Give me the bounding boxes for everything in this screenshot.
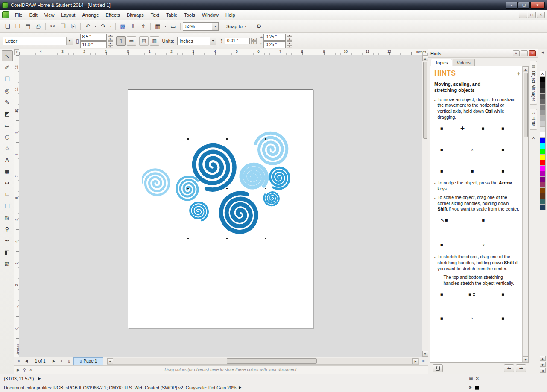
drawing-canvas[interactable] [19, 55, 422, 357]
print-button[interactable]: ⎙ [33, 22, 43, 31]
snap-to-button[interactable]: Snap to ▾ [223, 23, 249, 30]
horizontal-scrollbar[interactable]: ◀ ▶ [107, 358, 419, 365]
scroll-down-icon[interactable]: ▼ [422, 351, 428, 357]
nudge-spinner[interactable]: ▲▼ [251, 38, 257, 44]
duplicate-y-spinner[interactable]: ▲▼ [287, 41, 292, 48]
color-swatch[interactable] [540, 126, 546, 132]
color-eyedropper-tool[interactable]: ⚲ [2, 223, 13, 234]
docker-close-button[interactable]: ✕ [529, 50, 536, 56]
hints-back-button[interactable]: ← [504, 364, 514, 372]
eyedropper-icon[interactable]: ⚲ [23, 368, 26, 372]
color-swatch[interactable] [540, 104, 546, 110]
docker-tab-object-manager[interactable]: ▤ Object Manager [530, 61, 537, 105]
color-swatch[interactable] [540, 88, 546, 94]
selection-handle[interactable] [187, 238, 189, 239]
spiral-dark-large[interactable] [188, 141, 240, 195]
duplicate-x-spinner[interactable]: ▲▼ [287, 34, 292, 41]
chevron-down-icon[interactable]: ▾ [210, 37, 216, 45]
page-width-spinner[interactable]: ▲▼ [108, 34, 113, 41]
palette-flyout-button[interactable]: ◀ [540, 368, 546, 373]
menu-item[interactable]: Help [222, 11, 239, 19]
cut-button[interactable]: ✂ [48, 22, 58, 31]
search-content-button[interactable]: ▩ [118, 22, 128, 31]
docker-flyout-button[interactable]: » [513, 50, 520, 56]
scroll-right-icon[interactable]: ▶ [412, 358, 418, 364]
spiral-light-left[interactable] [142, 170, 169, 195]
no-color-swatch[interactable]: ✕ [540, 71, 546, 77]
color-swatch[interactable] [540, 154, 546, 160]
color-swatch[interactable] [540, 199, 546, 205]
status-flyout-icon[interactable]: ▶ [38, 377, 41, 380]
no-color-icon[interactable]: ✕ [29, 368, 33, 372]
spin-up-icon[interactable]: ▲ [251, 38, 257, 41]
copy-button[interactable]: ❐ [58, 22, 68, 31]
launcher-dropdown-icon[interactable]: ▾ [163, 22, 168, 31]
units-select[interactable]: inches ▾ [177, 37, 216, 45]
color-swatch[interactable] [540, 121, 546, 127]
docker-header[interactable]: Hints » – ✕ [428, 49, 538, 58]
palette-collapse-icon[interactable]: ◀ [541, 51, 544, 54]
scroll-up-icon[interactable]: ▲ [523, 66, 529, 72]
vertical-ruler[interactable]: 1211109876543210 inches [14, 55, 19, 357]
menu-item[interactable]: Table [163, 11, 181, 19]
menu-item[interactable]: Edit [26, 11, 41, 19]
minimize-button[interactable]: – [506, 2, 518, 9]
welcome-screen-button[interactable]: ▭ [168, 22, 178, 31]
spiral-dark-bottom[interactable] [216, 188, 263, 237]
drop-shadow-tool[interactable]: ❑ [2, 200, 13, 211]
selection-handle[interactable] [226, 238, 228, 239]
export-button[interactable]: ⇧ [138, 22, 148, 31]
spin-up-icon[interactable]: ▲ [108, 41, 113, 44]
hints-scrollbar[interactable]: ▲ ▼ [522, 66, 528, 362]
selection-handle[interactable] [265, 188, 266, 189]
spin-up-icon[interactable]: ▲ [108, 34, 113, 37]
menu-item[interactable]: View [41, 11, 58, 19]
spin-up-icon[interactable]: ▲ [287, 34, 292, 37]
color-swatch[interactable] [540, 204, 546, 210]
current-page-button[interactable]: ▥ [150, 36, 159, 46]
color-swatch[interactable] [540, 149, 546, 155]
selection-handle[interactable] [187, 188, 189, 189]
color-swatch[interactable] [540, 182, 546, 188]
menu-item[interactable]: File [12, 11, 26, 19]
page-height-field[interactable]: 11.0 " [80, 41, 107, 48]
docker-tabs-close-icon[interactable]: ✕ [532, 136, 535, 140]
tab-topics[interactable]: Topics [431, 59, 452, 66]
menu-item[interactable]: Layout [58, 11, 79, 19]
options-button[interactable]: ⚙ [254, 22, 264, 31]
spin-up-icon[interactable]: ▲ [287, 41, 292, 44]
scroll-track[interactable] [113, 358, 412, 364]
paste-button[interactable]: ⎘ [68, 22, 78, 31]
landscape-button[interactable]: ▭ [127, 36, 136, 46]
close-button[interactable]: ✕ [530, 2, 545, 9]
vertical-scrollbar[interactable]: ▲ ▼ [422, 55, 428, 357]
color-swatch[interactable] [540, 137, 546, 143]
selection-handle[interactable] [187, 138, 189, 140]
menu-item[interactable]: Effects [102, 11, 123, 19]
parallel-dimension-tool[interactable]: ↔ [2, 177, 13, 188]
import-button[interactable]: ⇩ [128, 22, 138, 31]
chevron-down-icon[interactable]: ▾ [66, 37, 73, 45]
color-swatch[interactable] [540, 171, 546, 177]
spin-down-icon[interactable]: ▼ [287, 38, 292, 41]
hints-scroll-thumb[interactable] [524, 73, 528, 137]
spin-down-icon[interactable]: ▼ [251, 41, 257, 44]
swirl-clipart[interactable] [142, 131, 301, 246]
spin-down-icon[interactable]: ▼ [287, 45, 292, 48]
redo-button[interactable]: ↷ [98, 22, 108, 31]
color-swatch[interactable] [540, 115, 546, 121]
doc-close-button[interactable]: ✕ [537, 12, 545, 18]
menu-item[interactable]: Text [147, 11, 163, 19]
palette-flyout-icon[interactable]: ▶ [17, 368, 20, 372]
portrait-button[interactable]: ▯ [116, 36, 126, 46]
open-button[interactable]: ❒ [13, 22, 23, 31]
nudge-distance-field[interactable]: 0.01 " [225, 38, 250, 44]
scroll-down-icon[interactable]: ▼ [523, 356, 529, 362]
pick-tool[interactable]: ↖ [2, 50, 13, 61]
new-document-button[interactable]: ❏ [3, 22, 12, 31]
next-page-button[interactable]: ▶ [50, 358, 57, 365]
previous-page-button[interactable]: ◀ [23, 358, 30, 365]
paper-type-select[interactable]: Letter ▾ [3, 37, 73, 45]
selection-handle[interactable] [226, 138, 228, 140]
color-swatch[interactable] [540, 193, 546, 199]
